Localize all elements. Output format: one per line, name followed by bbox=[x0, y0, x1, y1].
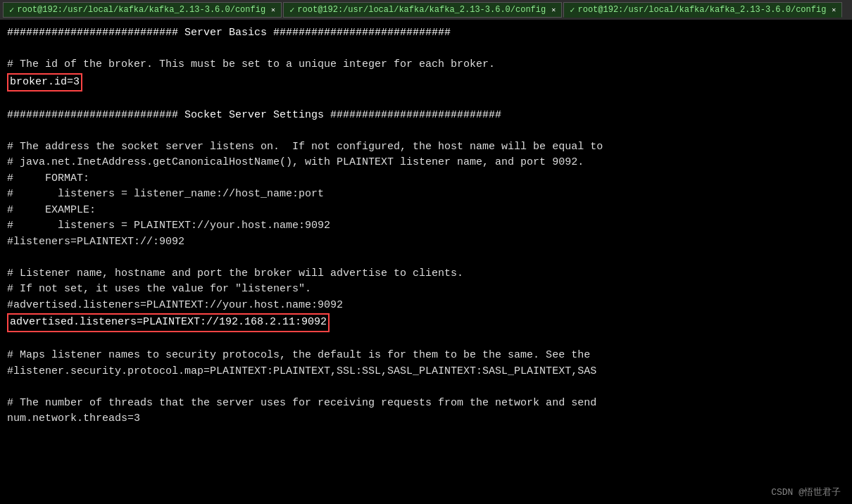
broker-id-line: broker.id=3 bbox=[7, 73, 845, 92]
check-icon-2: ✓ bbox=[289, 5, 294, 15]
maps-comment: # Maps listener names to security protoc… bbox=[7, 348, 845, 364]
close-btn-2[interactable]: ✕ bbox=[551, 6, 556, 14]
advertised-listeners-commented: #advertised.listeners=PLAINTEXT://your.h… bbox=[7, 298, 845, 314]
broker-id-comment: # The id of the broker. This must be set… bbox=[7, 57, 845, 73]
listener-security-commented: #listener.security.protocol.map=PLAINTEX… bbox=[7, 364, 845, 380]
tab-2[interactable]: ✓ root@192:/usr/local/kafka/kafka_2.13-3… bbox=[283, 2, 562, 18]
advertised-listeners-value: advertised.listeners=PLAINTEXT://192.168… bbox=[7, 313, 330, 332]
socket-comment-5: # EXAMPLE: bbox=[7, 203, 845, 219]
tab-1[interactable]: ✓ root@192:/usr/local/kafka/kafka_2.13-3… bbox=[3, 2, 282, 18]
socket-comment-1: # The address the socket server listens … bbox=[7, 139, 845, 156]
advertised-listeners-line: advertised.listeners=PLAINTEXT://192.168… bbox=[7, 313, 845, 332]
network-threads-value: num.network.threads=3 bbox=[7, 411, 845, 427]
advertised-comment-2: # If not set, it uses the value for "lis… bbox=[7, 282, 845, 298]
empty-3 bbox=[7, 123, 845, 139]
empty-1 bbox=[7, 42, 845, 58]
empty-5 bbox=[7, 332, 845, 348]
close-btn-3[interactable]: ✕ bbox=[832, 6, 836, 14]
socket-settings-heading: ########################### Socket Serve… bbox=[7, 108, 845, 124]
advertised-comment-1: # Listener name, hostname and port the b… bbox=[7, 266, 845, 282]
listeners-commented: #listeners=PLAINTEXT://:9092 bbox=[7, 234, 845, 251]
empty-4 bbox=[7, 250, 845, 266]
socket-comment-4: # listeners = listener_name://host_name:… bbox=[7, 187, 845, 203]
tab-3[interactable]: ✓ root@192:/usr/local/kafka/kafka_2.13-3… bbox=[563, 2, 842, 18]
socket-comment-3: # FORMAT: bbox=[7, 171, 845, 187]
check-icon-3: ✓ bbox=[570, 5, 575, 15]
terminal: ########################### Server Basic… bbox=[0, 20, 852, 504]
socket-comment-6: # listeners = PLAINTEXT://your.host.name… bbox=[7, 218, 845, 234]
broker-id-value: broker.id=3 bbox=[7, 73, 82, 92]
empty-2 bbox=[7, 92, 845, 108]
close-btn-1[interactable]: ✕ bbox=[271, 6, 275, 14]
watermark: CSDN @悟世君子 bbox=[771, 486, 841, 498]
tab-3-label: root@192:/usr/local/kafka/kafka_2.13-3.6… bbox=[577, 5, 826, 15]
network-threads-comment: # The number of threads that the server … bbox=[7, 396, 845, 412]
socket-comment-2: # java.net.InetAddress.getCanonicalHostN… bbox=[7, 155, 845, 171]
server-basics-heading: ########################### Server Basic… bbox=[7, 25, 845, 42]
check-icon-1: ✓ bbox=[9, 5, 14, 15]
empty-6 bbox=[7, 379, 845, 396]
tab-2-label: root@192:/usr/local/kafka/kafka_2.13-3.6… bbox=[297, 5, 546, 15]
tab-1-label: root@192:/usr/local/kafka/kafka_2.13-3.6… bbox=[17, 5, 265, 15]
title-bar: ✓ root@192:/usr/local/kafka/kafka_2.13-3… bbox=[0, 0, 852, 20]
